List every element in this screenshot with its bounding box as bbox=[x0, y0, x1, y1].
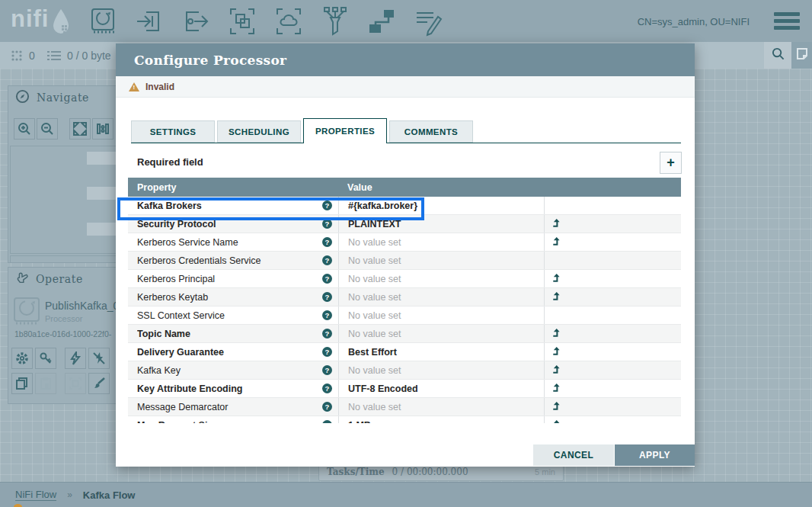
level-up-icon bbox=[551, 274, 561, 284]
zoom-out-button[interactable] bbox=[37, 118, 58, 140]
nifi-application: nifi bbox=[0, 0, 812, 507]
property-row-kerberos-credentials-service[interactable]: Kerberos Credentials Service? No value s… bbox=[128, 252, 681, 270]
apply-button[interactable]: APPLY bbox=[615, 444, 695, 466]
current-user: CN=sys_admin, OU=NIFI bbox=[638, 16, 750, 27]
property-name: Kerberos Principal bbox=[137, 274, 322, 284]
help-icon[interactable]: ? bbox=[322, 310, 332, 320]
stop-button[interactable] bbox=[88, 348, 110, 369]
property-value: #{kafka.broker} bbox=[348, 201, 417, 211]
help-icon[interactable]: ? bbox=[322, 255, 332, 265]
properties-table-header: Property Value bbox=[128, 178, 681, 197]
level-up-icon bbox=[551, 329, 561, 339]
help-icon[interactable]: ? bbox=[322, 201, 332, 210]
property-name: Max Request Size bbox=[137, 420, 322, 424]
zoom-in-button[interactable] bbox=[14, 118, 35, 140]
cancel-button[interactable]: CANCEL bbox=[533, 444, 614, 466]
warning-icon bbox=[129, 82, 139, 91]
dialog-tabs: SETTINGS SCHEDULING PROPERTIES COMMENTS bbox=[131, 118, 681, 143]
selected-component-type: Processor bbox=[45, 314, 83, 323]
help-icon[interactable]: ? bbox=[322, 365, 332, 375]
tab-comments[interactable]: COMMENTS bbox=[389, 120, 473, 143]
search-button[interactable] bbox=[764, 42, 791, 69]
output-port-icon[interactable] bbox=[181, 5, 211, 37]
validation-status: Invalid bbox=[145, 82, 174, 92]
note-icon bbox=[797, 48, 807, 63]
property-row-kerberos-principal[interactable]: Kerberos Principal? No value set bbox=[128, 270, 681, 288]
zoom-actual-size-button[interactable] bbox=[92, 118, 113, 140]
property-row-key-attribute-encoding[interactable]: Key Attribute Encoding? UTF-8 Encoded bbox=[128, 380, 681, 398]
nifi-logo: nifi bbox=[11, 4, 71, 39]
copy-button[interactable] bbox=[11, 373, 33, 394]
group-button[interactable] bbox=[65, 373, 86, 394]
breadcrumb: NiFi Flow » Kafka Flow bbox=[0, 482, 812, 507]
property-row-kafka-brokers[interactable]: Kafka Brokers? #{kafka.broker} bbox=[128, 197, 681, 215]
template-icon[interactable] bbox=[366, 5, 397, 37]
property-name: Topic Name bbox=[137, 329, 322, 339]
property-name: Kerberos Credentials Service bbox=[137, 255, 322, 266]
help-icon[interactable]: ? bbox=[322, 292, 332, 302]
process-group-icon[interactable] bbox=[227, 5, 257, 37]
property-value: No value set bbox=[348, 255, 401, 266]
dialog-buttons: CANCEL APPLY bbox=[533, 444, 695, 466]
selected-component-id: 1b80a1ce-016d-1000-22f0- bbox=[14, 329, 111, 339]
help-icon[interactable]: ? bbox=[322, 237, 332, 247]
tasks-time-label: Tasks/Time bbox=[327, 467, 385, 477]
zoom-fit-button[interactable] bbox=[69, 118, 91, 140]
property-row-max-request-size[interactable]: Max Request Size? 1 MB bbox=[128, 416, 681, 423]
toolbar: nifi bbox=[0, 0, 812, 42]
configure-button[interactable] bbox=[11, 348, 33, 369]
processor-stamp-icon bbox=[13, 297, 40, 329]
level-up-icon bbox=[551, 402, 561, 412]
tab-properties[interactable]: PROPERTIES bbox=[303, 118, 387, 143]
label-icon[interactable] bbox=[413, 5, 443, 37]
property-name: Kerberos Keytab bbox=[137, 292, 322, 303]
operate-title: Operate bbox=[36, 273, 83, 285]
property-row-message-demarcator[interactable]: Message Demarcator? No value set bbox=[128, 398, 681, 416]
add-property-button[interactable]: + bbox=[660, 152, 682, 174]
property-row-kerberos-keytab[interactable]: Kerberos Keytab? No value set bbox=[128, 288, 681, 306]
property-value: No value set bbox=[348, 329, 401, 339]
property-value: 1 MB bbox=[348, 420, 371, 424]
help-icon[interactable]: ? bbox=[322, 219, 332, 229]
paste-button[interactable] bbox=[35, 373, 56, 394]
access-policies-button[interactable] bbox=[35, 348, 56, 369]
level-up-icon bbox=[551, 292, 561, 302]
nifi-logo-text: nifi bbox=[11, 4, 50, 34]
help-icon[interactable]: ? bbox=[322, 347, 332, 357]
help-icon[interactable]: ? bbox=[322, 383, 332, 393]
remote-process-group-icon[interactable] bbox=[273, 5, 304, 37]
start-button[interactable] bbox=[65, 348, 86, 369]
property-name: Message Demarcator bbox=[137, 402, 322, 412]
level-up-icon bbox=[551, 237, 561, 247]
processor-icon[interactable] bbox=[88, 5, 118, 37]
tab-settings[interactable]: SETTINGS bbox=[131, 120, 215, 143]
properties-table: Property Value Kafka Brokers? #{kafka.br… bbox=[128, 178, 681, 423]
property-row-ssl-context-service[interactable]: SSL Context Service? No value set bbox=[128, 306, 681, 325]
component-toolbar bbox=[88, 5, 459, 37]
required-field-label: Required field bbox=[137, 156, 203, 168]
breadcrumb-root-link[interactable]: NiFi Flow bbox=[15, 489, 56, 501]
column-value: Value bbox=[338, 182, 681, 193]
property-value: PLAINTEXT bbox=[348, 219, 401, 229]
property-value: No value set bbox=[348, 237, 401, 248]
property-row-delivery-guarantee[interactable]: Delivery Guarantee? Best Effort bbox=[128, 343, 681, 361]
help-icon[interactable]: ? bbox=[322, 402, 332, 412]
help-icon[interactable]: ? bbox=[322, 274, 332, 284]
global-menu-icon[interactable] bbox=[774, 12, 800, 33]
input-port-icon[interactable] bbox=[134, 5, 165, 37]
help-icon[interactable]: ? bbox=[322, 329, 332, 339]
property-value: No value set bbox=[348, 292, 401, 303]
property-name: Kerberos Service Name bbox=[137, 237, 322, 248]
property-row-kerberos-service-name[interactable]: Kerberos Service Name? No value set bbox=[128, 233, 681, 252]
queued-stats: 0 / 0 byte bbox=[47, 42, 111, 69]
property-name: SSL Context Service bbox=[137, 310, 322, 321]
funnel-icon[interactable] bbox=[320, 5, 350, 37]
property-row-kafka-key[interactable]: Kafka Key? No value set bbox=[128, 361, 681, 380]
color-button[interactable] bbox=[88, 373, 110, 394]
tab-scheduling[interactable]: SCHEDULING bbox=[217, 120, 301, 143]
property-row-topic-name[interactable]: Topic Name? No value set bbox=[128, 325, 681, 343]
bulletin-board-button[interactable] bbox=[791, 42, 812, 69]
warning-dot-clipped bbox=[14, 504, 22, 507]
help-icon[interactable]: ? bbox=[322, 420, 332, 423]
property-row-security-protocol[interactable]: Security Protocol? PLAINTEXT bbox=[128, 215, 681, 233]
